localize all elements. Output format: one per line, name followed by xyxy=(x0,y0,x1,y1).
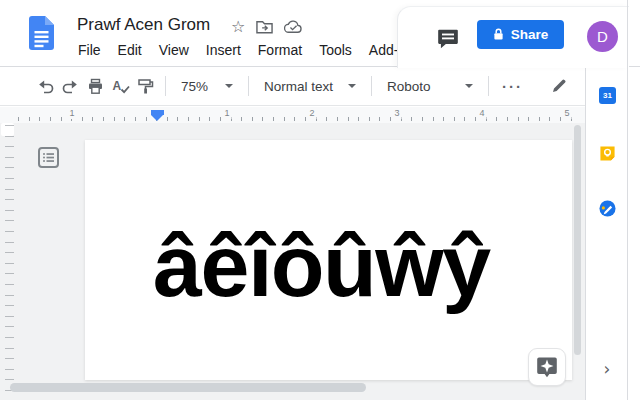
ruler-label: 1 xyxy=(67,108,76,119)
more-options-button[interactable]: ··· xyxy=(496,78,529,95)
chevron-down-icon xyxy=(348,84,356,88)
outline-icon xyxy=(37,146,60,169)
vertical-scrollbar[interactable] xyxy=(574,125,581,355)
google-side-panel: 31 › xyxy=(585,67,628,400)
collapse-panel-button[interactable]: › xyxy=(586,357,628,381)
print-icon xyxy=(87,78,104,95)
panel-edge-divider xyxy=(627,0,628,400)
menu-file[interactable]: File xyxy=(78,42,101,58)
horizontal-ruler: 1 1 2 3 4 5 xyxy=(0,107,585,123)
google-docs-logo-icon[interactable] xyxy=(29,16,54,50)
menu-view[interactable]: View xyxy=(159,42,189,58)
menu-tools[interactable]: Tools xyxy=(319,42,352,58)
toolbar: A 75% Normal text Roboto ··· xyxy=(0,67,585,106)
document-title[interactable]: Prawf Acen Grom xyxy=(77,15,210,35)
chevron-down-icon xyxy=(225,84,233,88)
calendar-icon[interactable]: 31 xyxy=(599,87,616,104)
zoom-select[interactable]: 75% xyxy=(173,79,241,94)
title-action-icons: ☆ xyxy=(231,19,303,35)
spellcheck-button[interactable]: A xyxy=(108,74,133,99)
ruler-label: 5 xyxy=(562,108,571,119)
move-folder-icon[interactable] xyxy=(256,20,273,34)
print-button[interactable] xyxy=(83,74,108,99)
pencil-icon xyxy=(551,78,567,94)
indent-marker[interactable] xyxy=(151,110,164,122)
ruler-label: 1 xyxy=(222,108,231,119)
paragraph-style-select[interactable]: Normal text xyxy=(256,79,364,94)
lock-icon xyxy=(493,28,504,41)
menu-edit[interactable]: Edit xyxy=(118,42,142,58)
avatar-letter: D xyxy=(597,28,608,45)
document-canvas: 1 1 2 3 4 5 âêîôûŵŷ xyxy=(0,107,585,400)
document-outline-button[interactable] xyxy=(37,146,60,169)
cloud-saved-icon[interactable] xyxy=(284,20,303,34)
menu-bar: File Edit View Insert Format Tools Add-o… xyxy=(78,42,421,58)
explore-button[interactable] xyxy=(528,348,566,386)
ruler-label: 4 xyxy=(477,108,486,119)
undo-icon xyxy=(37,78,54,95)
vertical-ruler xyxy=(5,125,14,395)
comment-icon xyxy=(436,27,460,51)
google-docs-window: Prawf Acen Grom ☆ File Edit View Insert … xyxy=(0,0,640,400)
toolbar-separator xyxy=(371,76,372,96)
ruler-ticks xyxy=(18,117,580,121)
toolbar-separator xyxy=(488,76,489,96)
share-button-label: Share xyxy=(511,27,549,42)
calendar-icon-label: 31 xyxy=(603,91,612,100)
keep-bulb-icon xyxy=(599,145,616,162)
redo-icon xyxy=(62,78,79,95)
tasks-circle-icon xyxy=(599,200,616,217)
redo-button[interactable] xyxy=(58,74,83,99)
font-select[interactable]: Roboto xyxy=(379,79,481,94)
svg-text:A: A xyxy=(112,79,121,93)
comments-button[interactable] xyxy=(436,27,460,51)
tasks-icon[interactable] xyxy=(599,200,616,217)
ruler-label: 3 xyxy=(392,108,401,119)
paint-roller-icon xyxy=(137,78,154,95)
zoom-value: 75% xyxy=(181,79,208,94)
editing-mode-button[interactable] xyxy=(546,74,571,99)
menu-insert[interactable]: Insert xyxy=(206,42,241,58)
chevron-down-icon xyxy=(465,84,473,88)
header-overlay-card: Share D xyxy=(397,6,629,68)
keep-icon[interactable] xyxy=(599,145,616,162)
undo-button[interactable] xyxy=(33,74,58,99)
share-button[interactable]: Share xyxy=(477,20,564,49)
font-value: Roboto xyxy=(387,79,431,94)
account-avatar[interactable]: D xyxy=(587,21,618,52)
paragraph-style-value: Normal text xyxy=(264,79,333,94)
toolbar-separator xyxy=(248,76,249,96)
star-icon[interactable]: ☆ xyxy=(231,19,245,35)
paint-format-button[interactable] xyxy=(133,74,158,99)
ruler-label: 2 xyxy=(307,108,316,119)
document-text: âêîôûŵŷ xyxy=(153,222,490,310)
toolbar-separator xyxy=(165,76,166,96)
explore-sparkle-icon xyxy=(535,355,559,379)
indent-marker-triangle xyxy=(151,115,163,121)
horizontal-scrollbar[interactable] xyxy=(10,383,366,392)
spellcheck-icon: A xyxy=(112,78,130,95)
document-page[interactable]: âêîôûŵŷ xyxy=(85,140,572,380)
menu-format[interactable]: Format xyxy=(258,42,302,58)
